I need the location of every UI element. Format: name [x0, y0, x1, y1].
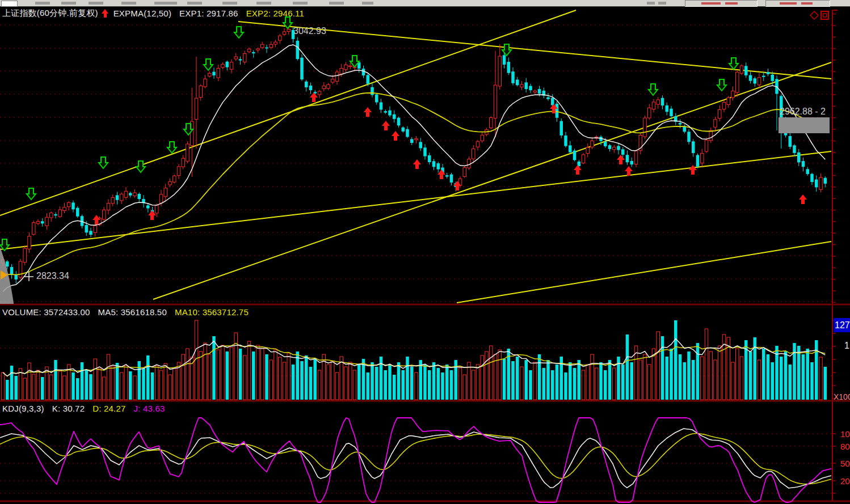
sell-arrow [204, 59, 213, 70]
chart-title: 上证指数(60分钟.前复权) [2, 8, 98, 19]
signal-markers [0, 17, 807, 251]
main-chart-header: 上证指数(60分钟.前复权) EXPMA(12,50) EXP1: 2917.8… [2, 7, 304, 19]
kdj-axis-label-100: 100 [840, 429, 850, 439]
buy-arrow [437, 170, 445, 179]
volume-axis-max-label: 127 [834, 318, 850, 332]
kdj-header: KDJ(9,3,3) K: 30.72 D: 24.27 J: 43.63 [2, 403, 165, 413]
kdj-axis-label-20: 20 [840, 476, 850, 486]
volume-ma10-value: MA10: 3563712.75 [175, 307, 249, 317]
trendlines [0, 10, 831, 303]
kdj-lines [0, 418, 831, 502]
window-icon [821, 11, 828, 19]
volume-ma5-value: MA5: 3561618.50 [98, 307, 167, 317]
kdj-j-value: J: 43.63 [134, 404, 165, 413]
volume-header: VOLUME: 3572433.00 MA5: 3561618.50 MA10:… [2, 307, 249, 317]
indicator-name: EXPMA(12,50) [113, 9, 171, 18]
sell-arrow [27, 188, 36, 200]
sell-arrow [717, 79, 726, 91]
buy-arrow [382, 121, 390, 130]
candlesticks [1, 27, 827, 283]
buy-arrow [574, 165, 582, 175]
buy-arrow [148, 210, 156, 220]
kdj-axis-label-50: 50 [840, 459, 850, 468]
buy-arrow [392, 131, 399, 141]
sell-arrow [649, 84, 658, 95]
stock-terminal-window: 上证指数(60分钟.前复权) EXPMA(12,50) EXP1: 2917.8… [0, 0, 850, 504]
expma-lines [3, 45, 825, 291]
corner-icons [810, 11, 828, 19]
buy-arrow [625, 166, 633, 176]
sell-arrow [167, 142, 176, 153]
chart-canvas[interactable] [0, 0, 850, 504]
sell-arrow [136, 161, 145, 172]
sell-arrow [729, 58, 738, 69]
up-arrow-icon [102, 9, 109, 18]
kdj-d-value: D: 24.27 [92, 404, 125, 413]
cursor-tooltip-box [779, 117, 830, 133]
kdj-axis-label-80: 80 [840, 442, 850, 451]
buy-arrow [689, 165, 697, 175]
peak-price-label: 3042.93 [293, 26, 326, 36]
sell-arrow [234, 27, 243, 38]
exp2-value: EXP2: 2946.11 [246, 9, 304, 18]
kdj-title: KDJ(9,3,3) [2, 404, 44, 413]
low-price-label: 2823.34 [36, 271, 69, 281]
cursor-price-label: 2962.88 - 2 [780, 107, 826, 117]
exp1-value: EXP1: 2917.86 [179, 9, 238, 18]
volume-value: VOLUME: 3572433.00 [2, 307, 90, 317]
buy-arrow [310, 92, 318, 102]
volume-axis-tick-label: 1 [844, 341, 849, 351]
sell-arrow [502, 44, 511, 56]
price-axis [832, 10, 838, 501]
buy-arrow [413, 159, 421, 169]
buy-arrow [364, 107, 372, 117]
sell-arrow [99, 157, 108, 168]
kdj-k-value: K: 30.72 [52, 404, 85, 413]
buy-arrow [799, 194, 807, 204]
volume-bars [1, 320, 827, 400]
buy-arrow [617, 155, 625, 164]
volume-axis-unit-label: X10000 [834, 392, 850, 401]
diamond-icon [810, 11, 818, 19]
